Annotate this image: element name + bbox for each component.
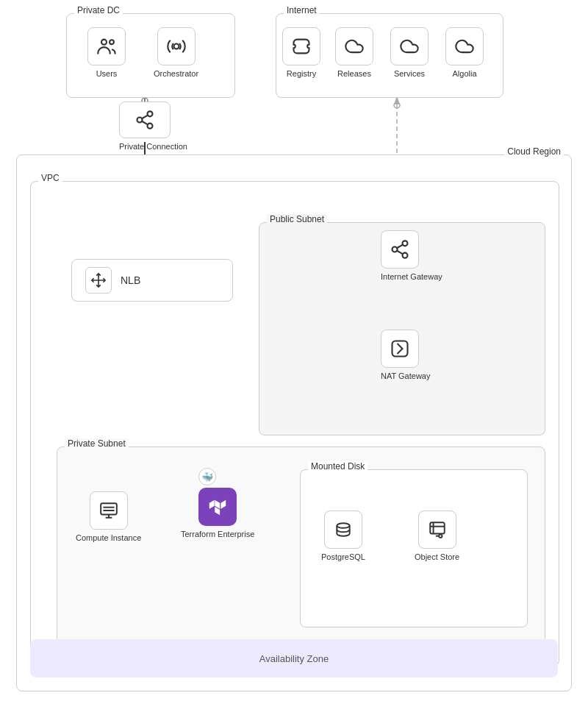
object-store-label: Object Store — [415, 552, 459, 561]
svg-point-23 — [148, 111, 153, 116]
private-connection-label: Private Connection — [119, 141, 187, 152]
svg-line-32 — [397, 245, 403, 249]
compute-instance-node: Compute Instance — [76, 491, 141, 542]
nat-gateway-node: NAT Gateway — [381, 330, 430, 381]
algolia-label: Algolia — [452, 69, 476, 78]
nlb-icon — [85, 267, 112, 294]
algolia-node: Algolia — [445, 27, 484, 78]
registry-label: Registry — [287, 69, 316, 78]
postgresql-icon — [324, 511, 362, 549]
vpc-box: VPC NLB Public Subnet — [30, 181, 559, 666]
public-subnet-label: Public Subnet — [267, 214, 327, 224]
svg-point-30 — [403, 253, 408, 258]
users-label: Users — [96, 69, 118, 78]
orchestrator-icon-border — [157, 27, 196, 65]
algolia-icon-border — [445, 27, 484, 65]
releases-icon-border — [335, 27, 373, 65]
registry-node: Registry — [282, 27, 320, 78]
diagram: Private DC Users — [0, 0, 588, 715]
orchestrator-label: Orchestrator — [154, 69, 198, 78]
compute-instance-icon — [90, 491, 128, 530]
orchestrator-node: Orchestrator — [154, 27, 198, 78]
cloud-region-box: Cloud Region VPC NLB Public Subnet — [16, 154, 572, 691]
services-label: Services — [394, 69, 425, 78]
availability-zone-label: Availability Zone — [259, 653, 329, 664]
object-store-icon — [418, 511, 456, 549]
svg-rect-34 — [101, 503, 117, 514]
registry-icon-border — [282, 27, 320, 65]
svg-point-22 — [173, 44, 179, 49]
services-icon-border — [390, 27, 429, 65]
private-subnet-box: Private Subnet 🐳 Compute Inst — [57, 447, 545, 645]
internet-gateway-label: Internet Gateway — [381, 271, 442, 282]
cloud-region-label: Cloud Region — [504, 146, 564, 157]
nat-gateway-label: NAT Gateway — [381, 371, 430, 381]
svg-rect-40 — [430, 522, 445, 533]
svg-point-21 — [110, 40, 114, 44]
private-subnet-label: Private Subnet — [65, 438, 129, 449]
mounted-disk-box: Mounted Disk PostgreSQL — [300, 469, 528, 627]
docker-icon: 🐳 — [198, 468, 216, 485]
svg-point-20 — [101, 40, 107, 45]
svg-line-31 — [397, 251, 403, 255]
users-node: Users — [87, 27, 126, 78]
nat-gateway-icon — [381, 330, 419, 368]
object-store-node: Object Store — [415, 511, 459, 561]
svg-point-39 — [337, 523, 349, 528]
svg-point-25 — [148, 124, 153, 129]
private-dc-label: Private DC — [74, 5, 123, 15]
users-icon-border — [87, 27, 126, 65]
releases-label: Releases — [337, 69, 371, 78]
internet-label: Internet — [284, 5, 320, 15]
svg-point-15 — [394, 102, 400, 108]
releases-node: Releases — [335, 27, 373, 78]
svg-point-29 — [392, 247, 398, 252]
compute-instance-label: Compute Instance — [76, 533, 141, 542]
svg-point-43 — [439, 535, 442, 538]
private-connection-node: Private Connection — [119, 102, 187, 152]
private-dc-box: Private DC Users — [66, 13, 235, 98]
vpc-label: VPC — [38, 173, 62, 183]
public-subnet-box: Public Subnet Internet Gateway — [259, 222, 545, 435]
internet-gateway-node: Internet Gateway — [381, 230, 442, 282]
nlb-box: NLB — [71, 259, 233, 302]
mounted-disk-label: Mounted Disk — [308, 461, 368, 472]
postgresql-node: PostgreSQL — [321, 511, 365, 561]
terraform-enterprise-label: Terraform Enterprise — [181, 530, 254, 538]
postgresql-label: PostgreSQL — [321, 552, 365, 561]
svg-line-26 — [142, 121, 148, 125]
services-node: Services — [390, 27, 429, 78]
svg-point-28 — [403, 241, 408, 246]
availability-zone-bar: Availability Zone — [30, 639, 558, 677]
terraform-enterprise-node: Terraform Enterprise — [181, 488, 254, 538]
svg-point-24 — [137, 118, 143, 123]
svg-line-27 — [142, 115, 148, 119]
nlb-label: NLB — [121, 274, 140, 286]
internet-gateway-icon — [381, 230, 419, 268]
svg-rect-33 — [392, 341, 408, 357]
terraform-enterprise-icon — [198, 488, 237, 526]
internet-box: Internet Registry Releases — [276, 13, 503, 98]
